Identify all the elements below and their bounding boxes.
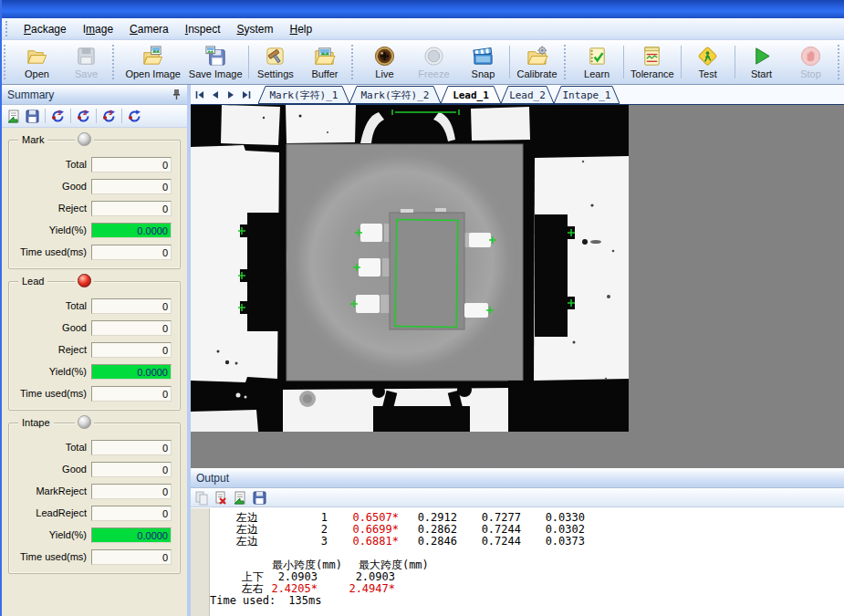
mark-status-led <box>75 132 94 146</box>
menu-package[interactable]: Package <box>16 20 75 38</box>
open-button[interactable]: Open <box>12 40 61 84</box>
camera-image[interactable] <box>191 105 629 432</box>
calibrate-folder-gear-icon <box>526 45 548 68</box>
save-image-icon <box>204 45 227 68</box>
lead-status-led <box>75 274 94 287</box>
settings-button[interactable]: Settings <box>251 40 300 84</box>
tab-next-button[interactable] <box>224 88 237 102</box>
output-content: 左边10.6507*0.29120.72770.0330 左边20.6699*0… <box>191 508 844 616</box>
stat-row: Time used(ms)0 <box>9 382 172 404</box>
stat-row: Reject0 <box>9 197 172 219</box>
menu-camera[interactable]: Camera <box>121 20 177 38</box>
live-button[interactable]: Live <box>359 40 409 84</box>
freeze-button: Freeze <box>409 40 458 84</box>
svg-text:Mark(字符)_2: Mark(字符)_2 <box>361 89 430 101</box>
stat-row: Total0 <box>9 153 172 175</box>
menu-help[interactable]: Help <box>282 20 321 38</box>
menu-system[interactable]: System <box>228 20 281 38</box>
main-toolbar: Open Save Open Image Save Image Settings… <box>2 40 844 85</box>
test-button[interactable]: Test <box>683 40 733 84</box>
start-play-icon <box>750 45 773 68</box>
tab-mark1[interactable]: Mark(字符)_1 <box>258 86 349 104</box>
reset-3-icon[interactable]: 3 <box>101 109 117 124</box>
clear-icon[interactable] <box>214 490 229 506</box>
settings-hammer-icon <box>264 45 287 68</box>
stat-row: MarkReject0 <box>9 480 172 502</box>
pin-icon[interactable] <box>172 89 182 100</box>
menu-image[interactable]: Image <box>75 20 121 38</box>
toolbar-separator <box>681 46 682 78</box>
measure-row: 左边10.6507*0.29120.72770.0330 <box>210 512 844 524</box>
mark-reject-value: 0 <box>91 201 172 216</box>
learn-notebook-check-icon <box>586 45 609 68</box>
mark-good-value: 0 <box>91 179 172 194</box>
tab-lead1-active[interactable]: Lead_1 <box>441 86 501 104</box>
toolbar-separator <box>623 46 624 78</box>
summary-panel: Summary 1 2 3 Mark Total0 Good0 Reject0 … <box>2 85 187 616</box>
image-viewport <box>191 105 844 468</box>
mark-group: Mark Total0 Good0 Reject0 Yield(%)0.0000… <box>8 140 181 269</box>
report-icon[interactable] <box>6 109 22 124</box>
save-image-button[interactable]: Save Image <box>184 40 246 84</box>
intape-status-led <box>75 415 94 429</box>
output-text: 左边10.6507*0.29120.72770.0330 左边20.6699*0… <box>210 508 844 616</box>
tab-mark2[interactable]: Mark(字符)_2 <box>349 86 441 104</box>
window-titlebar <box>2 0 844 18</box>
reset-all-icon[interactable] <box>127 109 142 124</box>
reset-1-icon[interactable]: 1 <box>50 109 66 124</box>
tab-last-button[interactable] <box>239 88 253 102</box>
intape-leadreject-value: 0 <box>91 506 172 521</box>
stat-row: LeadReject0 <box>9 502 172 524</box>
toolbar-grip[interactable] <box>838 45 844 79</box>
start-button[interactable]: Start <box>737 40 787 84</box>
summary-panel-header: Summary <box>2 85 187 105</box>
menu-bar: Package Image Camera Inspect System Help <box>2 18 844 40</box>
menubar-grip[interactable] <box>5 21 12 36</box>
intape-group-label: Intape <box>18 417 54 428</box>
output-panel-title: Output <box>196 472 229 485</box>
buffer-folder-icon <box>313 45 336 68</box>
stop-hand-icon <box>799 45 822 68</box>
tolerance-button[interactable]: Tolerance <box>626 40 679 84</box>
toolbar-separator <box>70 109 71 123</box>
save-icon[interactable] <box>252 490 267 506</box>
svg-text:Lead_2: Lead_2 <box>509 89 546 101</box>
tab-intape1[interactable]: Intape_1 <box>554 86 620 104</box>
measure-row: 左边30.6881*0.28460.72440.0373 <box>210 536 844 548</box>
tolerance-notepad-icon <box>641 45 663 68</box>
reset-2-icon[interactable]: 2 <box>76 109 91 124</box>
learn-button[interactable]: Learn <box>572 40 621 84</box>
output-panel-header: Output <box>191 468 844 488</box>
toolbar-separator <box>735 46 735 78</box>
measure-row: 左边20.6699*0.28620.72440.0302 <box>210 524 844 536</box>
mark-yield-value: 0.0000 <box>91 223 172 238</box>
open-image-icon <box>141 45 164 68</box>
toolbar-separator <box>248 46 249 78</box>
tab-lead2[interactable]: Lead_2 <box>501 86 554 104</box>
output-scrollbar[interactable] <box>191 508 210 616</box>
main-area: Mark(字符)_1 Mark(字符)_2 Lead_1 Lead_2 Inta… <box>191 85 844 616</box>
freeze-lens-icon <box>422 45 445 68</box>
calibrate-button[interactable]: Calibrate <box>512 40 561 84</box>
save-icon[interactable] <box>25 109 40 124</box>
buffer-button[interactable]: Buffer <box>300 40 349 84</box>
toolbar-grip[interactable] <box>351 45 358 79</box>
intape-yield-value: 0.0000 <box>91 527 172 543</box>
stat-row: Reject0 <box>9 339 172 360</box>
stat-row: Yield(%)0.0000 <box>9 524 172 546</box>
mark-total-value: 0 <box>91 157 172 172</box>
report-icon[interactable] <box>233 490 248 506</box>
tab-prev-button[interactable] <box>208 88 222 102</box>
tab-bar: Mark(字符)_1 Mark(字符)_2 Lead_1 Lead_2 Inta… <box>191 85 844 105</box>
snap-button[interactable]: Snap <box>458 40 507 84</box>
tab-first-button[interactable] <box>193 88 206 102</box>
toolbar-grip[interactable] <box>112 45 119 79</box>
menu-inspect[interactable]: Inspect <box>177 20 229 38</box>
summary-toolbar: 1 2 3 <box>2 105 187 128</box>
toolbar-grip[interactable] <box>564 45 570 79</box>
toolbar-separator <box>45 109 46 123</box>
open-image-button[interactable]: Open Image <box>121 40 184 84</box>
stop-button: Stop <box>787 40 836 84</box>
toolbar-grip[interactable] <box>4 45 10 79</box>
svg-text:1: 1 <box>57 110 61 116</box>
